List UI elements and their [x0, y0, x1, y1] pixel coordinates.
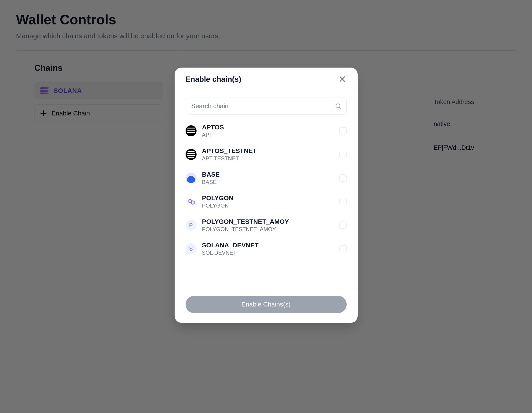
chain-sub: POLYGON	[202, 203, 334, 209]
chain-name: POLYGON	[202, 194, 334, 202]
chain-name: APTOS	[202, 123, 334, 131]
chain-sub: APT TESTNET	[202, 155, 334, 162]
chain-name: SOLANA_DEVNET	[202, 241, 334, 249]
chain-row-aptos[interactable]: APTOS APT	[186, 123, 347, 138]
chain-name: APTOS_TESTNET	[202, 147, 334, 155]
modal-header: Enable chain(s)	[175, 68, 358, 90]
chain-sub: APT	[202, 132, 334, 138]
svg-line-1	[339, 108, 341, 109]
close-icon[interactable]	[338, 75, 347, 83]
chain-info: POLYGON_TESTNET_AMOY POLYGON_TESTNET_AMO…	[202, 218, 334, 233]
modal-overlay[interactable]: Enable chain(s) APTOS APT	[0, 0, 532, 413]
chain-checkbox[interactable]	[339, 127, 347, 135]
chain-checkbox[interactable]	[339, 245, 347, 252]
enable-chains-submit-button[interactable]: Enable Chains(s)	[186, 296, 347, 313]
chain-info: POLYGON POLYGON	[202, 194, 334, 209]
chain-info: APTOS_TESTNET APT TESTNET	[202, 147, 334, 162]
chain-sub: SOL DEVNET	[202, 250, 334, 256]
aptos-icon	[186, 149, 197, 160]
chain-row-base[interactable]: BASE BASE	[186, 170, 347, 185]
polygon-icon	[186, 196, 197, 207]
chain-row-solana-devnet[interactable]: S SOLANA_DEVNET SOL DEVNET	[186, 241, 347, 256]
svg-point-0	[336, 104, 340, 108]
search-field	[186, 98, 347, 115]
modal-body: APTOS APT APTOS_TESTNET APT TESTNET	[175, 90, 358, 288]
enable-chains-modal: Enable chain(s) APTOS APT	[175, 68, 358, 323]
chain-checkbox[interactable]	[339, 151, 347, 158]
modal-title: Enable chain(s)	[186, 75, 241, 84]
chain-row-aptos-testnet[interactable]: APTOS_TESTNET APT TESTNET	[186, 147, 347, 162]
chain-checkbox[interactable]	[339, 222, 347, 229]
aptos-icon	[186, 125, 197, 136]
modal-footer: Enable Chains(s)	[175, 288, 358, 323]
chain-info: APTOS APT	[202, 123, 334, 138]
chain-list: APTOS APT APTOS_TESTNET APT TESTNET	[186, 123, 347, 284]
chain-name: POLYGON_TESTNET_AMOY	[202, 218, 334, 226]
search-input[interactable]	[186, 98, 347, 115]
chain-checkbox[interactable]	[339, 198, 347, 205]
chain-info: BASE BASE	[202, 170, 334, 185]
chain-checkbox[interactable]	[339, 174, 347, 182]
letter-icon: S	[186, 243, 197, 254]
chain-row-polygon-testnet-amoy[interactable]: P POLYGON_TESTNET_AMOY POLYGON_TESTNET_A…	[186, 218, 347, 233]
letter-icon: P	[186, 220, 197, 231]
search-icon	[335, 103, 342, 109]
chain-sub: POLYGON_TESTNET_AMOY	[202, 226, 334, 233]
chain-info: SOLANA_DEVNET SOL DEVNET	[202, 241, 334, 256]
base-icon	[186, 172, 197, 184]
chain-sub: BASE	[202, 179, 334, 185]
chain-row-polygon[interactable]: POLYGON POLYGON	[186, 194, 347, 209]
chain-name: BASE	[202, 170, 334, 178]
